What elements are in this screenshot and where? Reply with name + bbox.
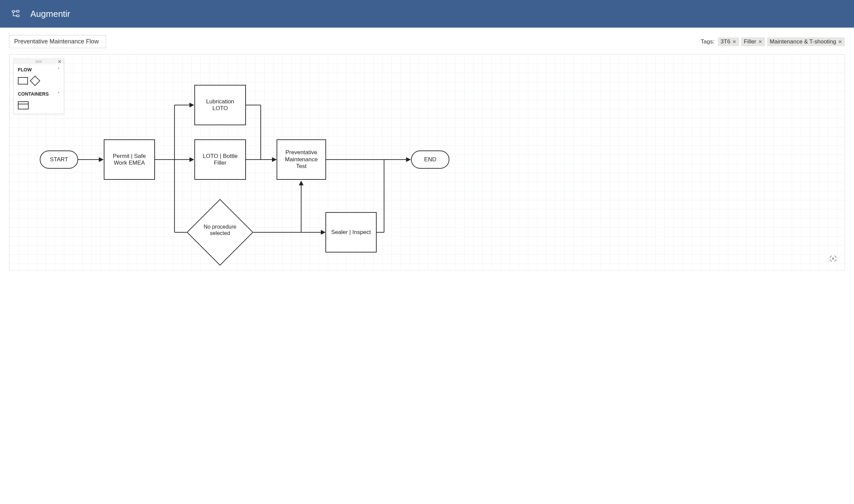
tag-text: Maintenance & T-shooting [770,38,836,45]
chevron-up-icon: ˄ [58,67,59,72]
drag-grip-icon: IIIII [36,60,42,64]
svg-rect-1 [17,11,19,12]
palette-drag-handle[interactable]: IIIII ✕ [14,59,64,64]
svg-rect-0 [12,11,15,12]
palette-section-flow[interactable]: FLOW ˄ [14,64,64,75]
node-sealer-inspect[interactable]: Sealer | Inspect [326,212,377,252]
shape-palette[interactable]: IIIII ✕ FLOW ˄ CONTAINERS ˄ [14,58,64,114]
chevron-up-icon: ˄ [58,92,59,96]
app-header: Augmentir [0,0,854,28]
node-preventative-maintenance-test[interactable]: Preventative Maintenance Test [277,139,326,180]
app-title: Augmentir [30,9,70,19]
svg-rect-2 [17,15,19,17]
close-icon[interactable]: ✕ [58,59,62,64]
tag-text: Filler [744,38,756,45]
palette-section-title: CONTAINERS [18,91,49,97]
tag-remove-icon[interactable]: ✕ [838,39,842,44]
tag-text: 3T6 [720,38,730,45]
tag-maintenance[interactable]: Maintenance & T-shooting ✕ [767,37,845,46]
palette-section-title: FLOW [18,67,32,72]
node-lubrication-loto[interactable]: Lubrication LOTO [194,85,246,125]
tag-remove-icon[interactable]: ✕ [758,39,762,44]
rectangle-shape-tool[interactable] [18,77,28,85]
diagram-canvas[interactable]: IIIII ✕ FLOW ˄ CONTAINERS ˄ [9,54,845,270]
diamond-shape-tool[interactable] [30,75,40,86]
node-end[interactable]: END [411,150,449,169]
node-permit-safe-work[interactable]: Permit | Safe Work EMEA [104,139,155,180]
tags-container: Tags: 3T6 ✕ Filler ✕ Maintenance & T-sho… [701,37,845,46]
tag-3t6[interactable]: 3T6 ✕ [718,37,739,46]
node-loto-bottle-filler[interactable]: LOTO | Bottle Filler [194,139,246,180]
flow-name-input[interactable] [9,35,106,48]
palette-flow-items [14,75,64,89]
fit-to-screen-button[interactable] [827,252,839,265]
tree-icon [12,10,20,18]
palette-section-containers[interactable]: CONTAINERS ˄ [14,89,64,99]
node-no-procedure-selected-label: No procedure selected [196,223,244,236]
tags-label: Tags: [701,38,715,45]
container-shape-tool[interactable] [18,101,29,109]
tag-filler[interactable]: Filler ✕ [741,37,765,46]
palette-container-items [14,99,64,113]
tag-remove-icon[interactable]: ✕ [732,39,736,44]
node-start[interactable]: START [40,150,78,169]
title-row: Tags: 3T6 ✕ Filler ✕ Maintenance & T-sho… [0,28,854,54]
svg-point-19 [833,258,834,259]
